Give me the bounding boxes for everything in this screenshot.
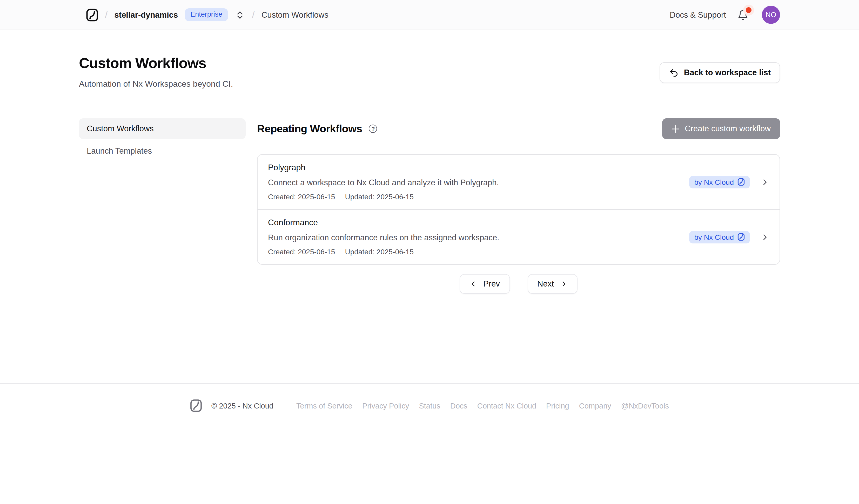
help-icon[interactable]: ? [369, 125, 377, 133]
footer-link-pricing[interactable]: Pricing [546, 401, 569, 410]
workflow-description: Connect a workspace to Nx Cloud and anal… [268, 178, 499, 187]
breadcrumb-separator: / [252, 9, 255, 20]
prev-label: Prev [483, 279, 500, 289]
back-button-label: Back to workspace list [684, 68, 771, 77]
badge-label: by Nx Cloud [694, 178, 734, 186]
back-to-workspace-list-button[interactable]: Back to workspace list [660, 62, 780, 83]
footer-link-docs[interactable]: Docs [450, 401, 467, 410]
footer-link-company[interactable]: Company [579, 401, 611, 410]
workspace-switcher-button[interactable] [235, 9, 245, 21]
badge-label: by Nx Cloud [694, 233, 734, 241]
sidebar-item-launch-templates[interactable]: Launch Templates [79, 141, 246, 162]
pagination: Prev Next [257, 274, 780, 294]
workflow-row-conformance[interactable]: Conformance Run organization conformance… [258, 209, 780, 264]
footer-link-terms[interactable]: Terms of Service [296, 401, 352, 410]
section-title: Repeating Workflows ? [257, 122, 377, 135]
plus-icon [671, 125, 679, 133]
workflow-row-polygraph[interactable]: Polygraph Connect a workspace to Nx Clou… [258, 155, 780, 209]
footer-nx-logo[interactable] [190, 399, 202, 412]
breadcrumb-page: Custom Workflows [261, 10, 329, 19]
breadcrumb-separator: / [105, 9, 108, 20]
next-button[interactable]: Next [527, 274, 578, 294]
footer-links: Terms of Service Privacy Policy Status D… [296, 401, 669, 410]
footer-link-nxdevtools[interactable]: @NxDevTools [621, 401, 669, 410]
footer-link-privacy[interactable]: Privacy Policy [362, 401, 409, 410]
plan-badge: Enterprise [185, 9, 228, 21]
by-nx-cloud-badge[interactable]: by Nx Cloud [689, 176, 750, 188]
sidebar-item-label: Launch Templates [87, 147, 152, 156]
prev-button[interactable]: Prev [459, 274, 510, 294]
sidebar-item-label: Custom Workflows [87, 124, 154, 133]
workflow-created: Created: 2025-06-15 [268, 248, 335, 256]
chevron-right-icon [561, 280, 568, 288]
footer: © 2025 - Nx Cloud Terms of Service Priva… [0, 383, 859, 412]
section-sidebar: Custom Workflows Launch Templates [79, 118, 246, 162]
notifications-button[interactable] [737, 9, 748, 20]
nx-cloud-badge-icon [737, 178, 745, 186]
workflow-created: Created: 2025-06-15 [268, 193, 335, 201]
chevrons-up-down-icon [236, 10, 244, 20]
notification-dot [746, 7, 752, 13]
back-arrow-icon [669, 68, 679, 78]
workflows-section: Repeating Workflows ? Create custom work… [257, 118, 780, 294]
workflow-updated: Updated: 2025-06-15 [345, 248, 414, 256]
workflow-name: Conformance [268, 217, 499, 227]
workflow-name: Polygraph [268, 163, 499, 172]
workflow-description: Run organization conformance rules on th… [268, 232, 499, 242]
section-title-label: Repeating Workflows [257, 122, 362, 135]
copyright: © 2025 - Nx Cloud [211, 401, 273, 410]
footer-link-status[interactable]: Status [419, 401, 440, 410]
nx-logo[interactable] [86, 8, 98, 21]
create-custom-workflow-button[interactable]: Create custom workflow [662, 118, 780, 139]
workflows-list: Polygraph Connect a workspace to Nx Clou… [257, 154, 780, 265]
chevron-left-icon [469, 280, 477, 288]
user-avatar[interactable]: NO [762, 6, 780, 24]
chevron-right-icon [761, 178, 769, 186]
app-root: / stellar-dynamics Enterprise / Custom W… [0, 0, 859, 504]
docs-support-link[interactable]: Docs & Support [670, 10, 726, 19]
sidebar-item-custom-workflows[interactable]: Custom Workflows [79, 118, 246, 139]
nx-cloud-badge-icon [737, 233, 745, 241]
workflow-updated: Updated: 2025-06-15 [345, 193, 414, 201]
footer-link-contact[interactable]: Contact Nx Cloud [477, 401, 536, 410]
create-button-label: Create custom workflow [685, 124, 771, 133]
by-nx-cloud-badge[interactable]: by Nx Cloud [689, 231, 750, 243]
workflow-dates: Created: 2025-06-15 Updated: 2025-06-15 [268, 193, 499, 201]
workflow-dates: Created: 2025-06-15 Updated: 2025-06-15 [268, 248, 499, 256]
breadcrumb-workspace[interactable]: stellar-dynamics [115, 10, 178, 19]
chevron-right-icon [761, 233, 769, 241]
main-content: Custom Workflows Automation of Nx Worksp… [79, 55, 780, 294]
next-label: Next [537, 279, 554, 289]
top-navbar: / stellar-dynamics Enterprise / Custom W… [0, 0, 859, 30]
